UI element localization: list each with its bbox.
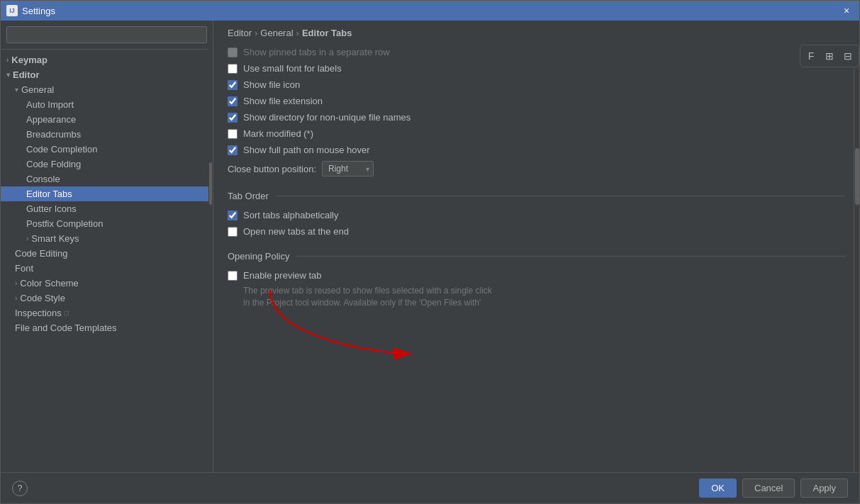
check-row-small-font: Use small font for labels: [228, 60, 845, 77]
sidebar-item-code-folding[interactable]: Code Folding: [1, 157, 213, 172]
expand-icon: ›: [26, 235, 28, 242]
label-show-file-icon: Show file icon: [243, 79, 300, 90]
sidebar-item-code-style[interactable]: › Code Style: [1, 291, 213, 306]
opening-policy-divider: Opening Policy: [228, 251, 845, 262]
label-show-file-extension: Show file extension: [243, 96, 323, 106]
main-content: F ⊞ ⊟ Editor › General › Editor Tabs Sho…: [213, 21, 859, 472]
page-icon: □: [65, 309, 69, 317]
label-pinned-tabs: Show pinned tabs in a separate row: [243, 47, 390, 57]
sidebar-item-inspections[interactable]: Inspections □: [1, 306, 213, 320]
settings-dialog: IJ Settings × › Keymap ▾ Editor ▾: [0, 0, 860, 504]
expand-icon: ▾: [15, 86, 18, 94]
label-enable-preview: Enable preview tab: [243, 270, 322, 281]
sidebar-item-smart-keys[interactable]: › Smart Keys: [1, 231, 213, 246]
sidebar-item-editor-tabs[interactable]: Editor Tabs: [1, 186, 213, 201]
sidebar-item-label: Code Editing: [15, 248, 67, 259]
vertical-scrollbar[interactable]: [854, 49, 859, 472]
cancel-button[interactable]: Cancel: [742, 478, 795, 498]
search-input[interactable]: [6, 26, 207, 43]
app-icon: IJ: [6, 5, 18, 16]
sidebar-item-label: Inspections: [15, 308, 62, 318]
sidebar-item-gutter-icons[interactable]: Gutter Icons: [1, 201, 213, 216]
checkbox-pinned-tabs[interactable]: [228, 47, 238, 57]
scrollbar-thumb: [855, 148, 859, 205]
opening-policy-title: Opening Policy: [228, 251, 289, 262]
close-button-position-row: Close button position: Left Right Hidden…: [228, 158, 845, 179]
sidebar-item-label: Editor Tabs: [26, 189, 72, 199]
checkbox-show-full-path[interactable]: [228, 145, 238, 155]
expand-icon: ›: [15, 294, 17, 302]
ok-button[interactable]: OK: [699, 478, 737, 498]
sidebar-item-label: Auto Import: [26, 99, 74, 110]
sidebar-item-label: File and Code Templates: [15, 323, 117, 333]
sidebar-item-auto-import[interactable]: Auto Import: [1, 97, 213, 112]
section-opening-policy: Opening Policy Enable preview tab The pr…: [228, 251, 845, 309]
checkbox-enable-preview[interactable]: [228, 271, 238, 281]
check-row-show-file-icon: Show file icon: [228, 77, 845, 93]
sidebar-item-label: Font: [15, 263, 33, 274]
checkbox-show-file-icon[interactable]: [228, 80, 238, 90]
sidebar-item-label: Color Scheme: [20, 278, 78, 289]
content-area: › Keymap ▾ Editor ▾ General Auto Import …: [1, 21, 859, 472]
label-show-directory: Show directory for non-unique file names: [243, 112, 411, 123]
sidebar-item-code-editing[interactable]: Code Editing: [1, 246, 213, 261]
sidebar-item-keymap[interactable]: › Keymap: [1, 52, 213, 67]
icon-btn-3[interactable]: ⊟: [840, 48, 856, 64]
check-row-show-directory: Show directory for non-unique file names: [228, 109, 845, 125]
sidebar: › Keymap ▾ Editor ▾ General Auto Import …: [1, 21, 213, 472]
title-bar-left: IJ Settings: [6, 5, 55, 16]
check-row-pinned-tabs: Show pinned tabs in a separate row: [228, 44, 845, 60]
close-button[interactable]: ×: [839, 4, 854, 18]
sidebar-item-label: Keymap: [11, 55, 48, 65]
apply-button[interactable]: Apply: [800, 478, 848, 498]
sidebar-item-label: Smart Keys: [31, 233, 79, 244]
checkbox-open-new-at-end[interactable]: [228, 227, 238, 237]
sidebar-item-label: Code Folding: [26, 159, 81, 169]
sidebar-item-file-code-templates[interactable]: File and Code Templates: [1, 320, 213, 335]
close-button-position-label: Close button position:: [228, 164, 316, 174]
breadcrumb: Editor › General › Editor Tabs: [213, 21, 859, 44]
sidebar-item-color-scheme[interactable]: › Color Scheme: [1, 276, 213, 291]
checkbox-small-font[interactable]: [228, 64, 238, 74]
tab-order-divider: Tab Order: [228, 191, 845, 201]
sidebar-item-label: Editor: [13, 69, 40, 80]
help-button[interactable]: ?: [12, 481, 28, 496]
tree-area: › Keymap ▾ Editor ▾ General Auto Import …: [1, 50, 213, 472]
tab-order-title: Tab Order: [228, 191, 269, 201]
sidebar-item-postfix-completion[interactable]: Postfix Completion: [1, 216, 213, 231]
preview-description: The preview tab is reused to show files …: [243, 285, 845, 309]
check-row-sort-alphabetically: Sort tabs alphabetically: [228, 207, 845, 223]
expand-icon: ▾: [6, 71, 10, 79]
sidebar-item-breadcrumbs[interactable]: Breadcrumbs: [1, 127, 213, 142]
sidebar-item-editor[interactable]: ▾ Editor: [1, 67, 213, 82]
label-sort-alphabetically: Sort tabs alphabetically: [243, 210, 338, 220]
bottom-bar: ? OK Cancel Apply: [1, 472, 859, 503]
checkbox-mark-modified[interactable]: [228, 129, 238, 139]
title-bar: IJ Settings ×: [1, 1, 859, 21]
breadcrumb-sep-1: ›: [255, 28, 257, 38]
label-mark-modified: Mark modified (*): [243, 128, 313, 139]
sidebar-item-code-completion[interactable]: Code Completion: [1, 142, 213, 157]
checkbox-show-directory[interactable]: [228, 113, 238, 123]
section-tab-order: Tab Order Sort tabs alphabetically Open …: [228, 191, 845, 240]
checkbox-show-file-extension[interactable]: [228, 96, 238, 106]
checkbox-sort-alphabetically[interactable]: [228, 211, 238, 220]
window-title: Settings: [22, 6, 55, 16]
search-box: [1, 21, 213, 50]
label-open-new-at-end: Open new tabs at the end: [243, 226, 349, 237]
sidebar-item-general[interactable]: ▾ General: [1, 82, 213, 97]
sidebar-scrollbar[interactable]: [208, 21, 213, 472]
close-button-position-dropdown[interactable]: Left Right Hidden: [322, 161, 374, 177]
dropdown-wrapper: Left Right Hidden ▾: [322, 161, 374, 177]
label-show-full-path: Show full path on mouse hover: [243, 145, 370, 155]
sidebar-item-console[interactable]: Console: [1, 172, 213, 186]
icon-btn-1[interactable]: F: [803, 48, 819, 64]
sidebar-item-label: Appearance: [26, 114, 76, 125]
sidebar-item-font[interactable]: Font: [1, 261, 213, 276]
toolbar-icons: F ⊞ ⊟: [800, 45, 859, 67]
sidebar-item-label: General: [21, 84, 54, 95]
sidebar-item-label: Console: [26, 174, 60, 184]
sidebar-scroll-thumb: [209, 162, 212, 205]
sidebar-item-appearance[interactable]: Appearance: [1, 112, 213, 127]
icon-btn-2[interactable]: ⊞: [822, 48, 837, 64]
